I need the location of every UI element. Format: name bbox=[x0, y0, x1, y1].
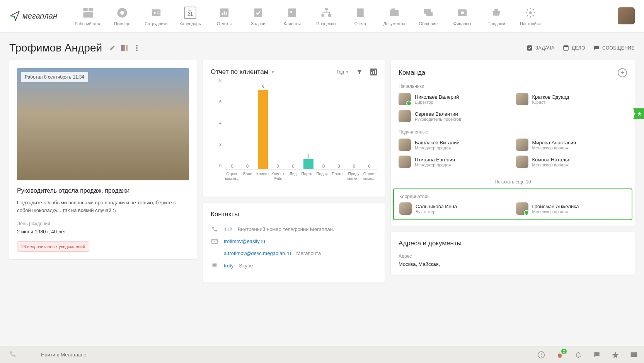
nav-label: Общение bbox=[419, 21, 438, 26]
svg-point-15 bbox=[290, 11, 292, 13]
bosses-label: Начальники bbox=[399, 84, 627, 89]
person-avatar bbox=[399, 93, 411, 105]
action-task[interactable]: ЗАДАЧА bbox=[526, 45, 555, 51]
nav-reports[interactable]: Отчёты bbox=[209, 6, 240, 26]
report-card: Отчет по клиентам ▼ Год ▼ 02468 00800100… bbox=[203, 60, 385, 197]
svg-rect-21 bbox=[391, 9, 395, 10]
dial-icon[interactable] bbox=[6, 351, 32, 359]
notifications-badge[interactable]: 28 непрочитанных уведомлений bbox=[17, 241, 89, 252]
fire-icon[interactable]: 2 bbox=[556, 351, 564, 359]
nav-invoices[interactable]: Счета bbox=[345, 6, 376, 26]
phone-note: Внутренний номер телефонии Мегаплан. bbox=[238, 226, 334, 232]
coord-label: Координаторы bbox=[399, 194, 626, 199]
edit-icon[interactable] bbox=[108, 44, 116, 52]
nav-sales[interactable]: Продажи bbox=[481, 6, 512, 26]
person-name: Комова Наталья bbox=[532, 157, 571, 163]
svg-point-4 bbox=[120, 11, 124, 15]
nav-dashboard[interactable]: Рабочий стол bbox=[73, 6, 104, 26]
svg-rect-16 bbox=[325, 8, 328, 10]
person-item[interactable]: Комова НатальяМенеджер продаж bbox=[516, 156, 627, 168]
person-role: Директор bbox=[415, 100, 459, 104]
skype-id[interactable]: trofy bbox=[224, 263, 233, 269]
person-item[interactable]: Кратков ЭдуардЮрист bbox=[516, 93, 627, 105]
logo-text: мегаплан bbox=[22, 12, 57, 21]
svg-rect-0 bbox=[83, 8, 87, 12]
email-icon bbox=[211, 239, 218, 244]
svg-rect-23 bbox=[426, 12, 433, 16]
nav-calendar[interactable]: сент21Календарь bbox=[175, 6, 206, 26]
alert-circle-icon[interactable] bbox=[537, 351, 545, 359]
dashboard-icon bbox=[81, 6, 95, 20]
add-team-member-button[interactable]: + bbox=[618, 68, 627, 77]
svg-rect-38 bbox=[371, 72, 372, 74]
y-tick: 4 bbox=[219, 121, 221, 125]
address-label: Адрес bbox=[399, 253, 627, 259]
person-role: Менеджер продаж bbox=[532, 209, 579, 214]
person-avatar bbox=[516, 139, 528, 151]
bar-value-label: 1 bbox=[307, 154, 310, 158]
person-item[interactable]: Сергеев ВалентинРуководитель проектов bbox=[399, 110, 510, 122]
email2[interactable]: a.trofimov@desc.megaplan.ru bbox=[224, 250, 291, 256]
nav-label: Клиенты bbox=[284, 21, 301, 26]
nav-tasks[interactable]: Задачи bbox=[243, 6, 274, 26]
person-avatar bbox=[399, 139, 411, 151]
logo[interactable]: мегаплан bbox=[9, 10, 57, 21]
bar bbox=[303, 159, 313, 169]
phone-number[interactable]: 112 bbox=[224, 226, 232, 232]
filter-icon[interactable] bbox=[356, 68, 363, 75]
person-item[interactable]: Николаев ВалерийДиректор bbox=[399, 93, 510, 105]
nav-finance[interactable]: Финансы bbox=[447, 6, 478, 26]
email1[interactable]: trofimov@easily.ru bbox=[224, 238, 265, 244]
nav-label: Календарь bbox=[179, 21, 201, 26]
user-avatar[interactable] bbox=[618, 7, 635, 24]
nav-label: Финансы bbox=[453, 21, 471, 26]
person-item[interactable]: Гройсман АнжеликаМенеджер продаж bbox=[516, 202, 627, 215]
nav-settings[interactable]: Настройки bbox=[515, 6, 546, 26]
chat-icon[interactable] bbox=[593, 351, 601, 359]
bosses-grid: Николаев ВалерийДиректорКратков ЭдуардЮр… bbox=[399, 93, 627, 122]
action-label: СООБЩЕНИЕ bbox=[602, 45, 635, 51]
address-value: Москва, Майская, bbox=[399, 261, 627, 267]
bell-icon[interactable] bbox=[574, 351, 582, 359]
nav-documents[interactable]: Документы bbox=[379, 6, 410, 26]
chat-icon bbox=[421, 6, 435, 20]
period-dropdown[interactable]: Год ▼ bbox=[337, 69, 349, 75]
team-title: Команда bbox=[399, 69, 425, 77]
nav-chat[interactable]: Общение bbox=[413, 6, 444, 26]
star-icon[interactable] bbox=[612, 351, 619, 359]
address-title: Адреса и документы bbox=[399, 240, 627, 247]
report-title-text: Отчет по клиентам bbox=[211, 68, 268, 76]
person-item[interactable]: Мирова АнастасияМенеджер продаж bbox=[516, 139, 627, 151]
nav-items: Рабочий столПомощьСотрудникисент21Календ… bbox=[73, 6, 618, 26]
action-message[interactable]: СООБЩЕНИЕ bbox=[593, 45, 635, 51]
svg-rect-18 bbox=[328, 14, 331, 17]
cards-icon[interactable] bbox=[121, 44, 128, 52]
coord-grid: Сальникова ИннаБухгалтерГройсман Анжелик… bbox=[399, 202, 626, 215]
birthday-value: 2 июня 1980 г, 40 лет bbox=[17, 229, 189, 235]
action-todo[interactable]: ДЕЛО bbox=[562, 45, 585, 51]
book-icon[interactable] bbox=[630, 351, 638, 359]
nav-label: Настройки bbox=[520, 21, 541, 26]
last-worked-badge: Работал 8 сентября в 11:34 bbox=[21, 72, 88, 82]
bar-column: 0 bbox=[240, 84, 255, 169]
svg-rect-34 bbox=[527, 45, 532, 51]
chart-type-icon[interactable] bbox=[370, 68, 377, 75]
report-title-dropdown[interactable]: Отчет по клиентам ▼ bbox=[211, 68, 275, 76]
contact-email2-row: a.trofimov@desc.megaplan.ru Мегапочта bbox=[211, 250, 377, 256]
person-item[interactable]: Птицина ЕвгенияМенеджер продаж bbox=[399, 156, 510, 168]
more-icon[interactable] bbox=[133, 44, 141, 52]
person-item[interactable]: Сальникова ИннаБухгалтер bbox=[399, 202, 510, 215]
svg-point-44 bbox=[541, 356, 542, 357]
nav-clients[interactable]: Клиенты bbox=[277, 6, 308, 26]
person-item[interactable]: Башлаков ВиталийМенеджер продаж bbox=[399, 139, 510, 151]
svg-point-31 bbox=[136, 45, 138, 46]
show-more-button[interactable]: Показать еще 10 bbox=[391, 175, 635, 188]
global-search-input[interactable] bbox=[38, 349, 347, 361]
nav-processes[interactable]: Процессы bbox=[311, 6, 342, 26]
svg-rect-19 bbox=[357, 9, 364, 17]
nav-employees[interactable]: Сотрудники bbox=[141, 6, 172, 26]
nav-help[interactable]: Помощь bbox=[107, 6, 138, 26]
page-title: Трофимов Андрей bbox=[9, 42, 102, 54]
person-role: Бухгалтер bbox=[416, 209, 457, 214]
person-name: Гройсман Анжелика bbox=[532, 204, 579, 209]
